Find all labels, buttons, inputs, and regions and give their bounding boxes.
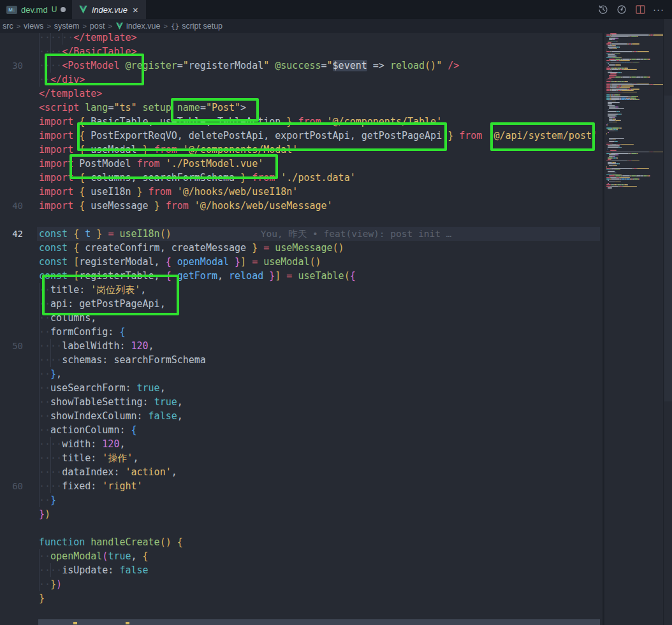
chevron-right-icon: > <box>163 22 168 30</box>
code-line[interactable] <box>0 619 600 625</box>
code-line[interactable] <box>0 605 600 619</box>
code-line[interactable]: 40import { useMessage } from '@/hooks/we… <box>0 199 600 213</box>
code-line[interactable]: import { columns, searchFormSchema } fro… <box>0 171 600 185</box>
git-status-badge: U <box>52 5 57 14</box>
code-line[interactable]: ··formConfig: { <box>0 325 600 339</box>
more-actions-icon[interactable]: ··· <box>653 4 664 15</box>
breadcrumb: src>views>system>post>index.vue>{}script… <box>0 19 672 33</box>
code-line[interactable]: import { PostExportReqVO, deletePostApi,… <box>0 129 600 143</box>
editor-actions: ··· <box>597 0 672 19</box>
code-area[interactable]: ······</template>····</BasicTable>30····… <box>0 33 600 625</box>
code-line[interactable]: ··showIndexColumn: false, <box>0 409 600 423</box>
code-line[interactable]: function handleCreate() { <box>0 535 600 549</box>
code-line[interactable]: ··}, <box>0 367 600 381</box>
code-line[interactable]: const [registerModal, { openModal }] = u… <box>0 255 600 269</box>
line-number: 50 <box>0 339 23 353</box>
code-line[interactable]: }) <box>0 507 600 521</box>
code-line[interactable]: ··</div> <box>0 73 600 87</box>
tab-label: index.vue <box>92 5 128 15</box>
code-line[interactable]: import { useI18n } from '@/hooks/web/use… <box>0 185 600 199</box>
unsaved-dot-icon[interactable] <box>61 7 66 12</box>
code-line[interactable]: 50····labelWidth: 120, <box>0 339 600 353</box>
breadcrumb-item-system[interactable]: system <box>54 22 80 31</box>
code-line[interactable]: 60····fixed: 'right' <box>0 479 600 493</box>
scrollbar-slider[interactable] <box>664 96 672 401</box>
breadcrumb-item-src[interactable]: src <box>3 22 13 31</box>
run-icon[interactable] <box>616 4 627 15</box>
code-line[interactable]: ····schemas: searchFormSchema <box>0 353 600 367</box>
code-line[interactable]: ······</template> <box>0 33 600 45</box>
code-line[interactable]: import { BasicTable, useTable, TableActi… <box>0 115 600 129</box>
code-line[interactable]: ····width: 120, <box>0 437 600 451</box>
git-blame-annotation: You, 昨天 • feat(view): post init … <box>172 229 452 239</box>
line-number: 60 <box>0 479 23 493</box>
code-line[interactable]: import PostModel from './PostModel.vue' <box>0 157 600 171</box>
line-number: 30 <box>0 59 23 73</box>
vue-icon <box>78 5 88 14</box>
scrollbar[interactable] <box>663 19 672 625</box>
close-icon[interactable]: × <box>131 4 140 15</box>
line-number: 40 <box>0 199 23 213</box>
chevron-right-icon: > <box>46 22 51 30</box>
tab-label: dev.md <box>21 5 48 15</box>
code-line[interactable]: const { createConfirm, createMessage } =… <box>0 241 600 255</box>
code-line[interactable]: 30····<PostModel @register="registerModa… <box>0 59 600 73</box>
code-line[interactable]: ··useSearchForm: true, <box>0 381 600 395</box>
split-editor-icon[interactable] <box>634 4 646 15</box>
chevron-right-icon: > <box>82 22 87 30</box>
code-line[interactable]: ··api: getPostPageApi, <box>0 297 600 311</box>
tabbar-empty-space <box>146 0 597 19</box>
history-icon[interactable] <box>597 4 609 15</box>
code-line[interactable]: ··} <box>0 493 600 507</box>
vue-icon <box>115 22 124 30</box>
chevron-right-icon: > <box>16 22 21 30</box>
code-line[interactable]: ··actionColumn: { <box>0 423 600 437</box>
code-line[interactable]: 42const { t } = useI18n()You, 昨天 • feat(… <box>0 227 600 241</box>
tab-index-vue[interactable]: index.vue × <box>72 0 145 19</box>
breadcrumb-item-index-vue[interactable]: index.vue <box>115 22 161 31</box>
code-line[interactable] <box>0 213 600 227</box>
code-line[interactable]: <script lang="ts" setup name="Post"> <box>0 101 600 115</box>
symbol-braces-icon: {} <box>171 22 179 31</box>
code-line[interactable]: ····title: '操作', <box>0 451 600 465</box>
code-line[interactable]: ····isUpdate: false <box>0 563 600 577</box>
code-line[interactable]: ····</BasicTable> <box>0 45 600 59</box>
code-line[interactable]: ··}) <box>0 577 600 591</box>
breadcrumb-item-views[interactable]: views <box>24 22 43 31</box>
breadcrumb-item-script-setup[interactable]: {}script setup <box>171 22 223 31</box>
code-line[interactable]: ··showTableSetting: true, <box>0 395 600 409</box>
code-line[interactable]: } <box>0 591 600 605</box>
code-line[interactable]: ··title: '岗位列表', <box>0 283 600 297</box>
code-line[interactable]: import { useModal } from '@/components/M… <box>0 143 600 157</box>
code-line[interactable]: const [registerTable, { getForm, reload … <box>0 269 600 283</box>
code-line[interactable]: ··openModal(true, { <box>0 549 600 563</box>
code-line[interactable] <box>0 521 600 535</box>
code-line[interactable]: ··columns, <box>0 311 600 325</box>
breadcrumb-item-post[interactable]: post <box>90 22 105 31</box>
tab-bar: M↓ dev.md U index.vue × ··· <box>0 0 672 19</box>
code-line[interactable]: </template> <box>0 87 600 101</box>
chevron-right-icon: > <box>107 22 112 30</box>
minimap[interactable] <box>603 33 665 625</box>
code-line[interactable]: ····dataIndex: 'action', <box>0 465 600 479</box>
line-number: 42 <box>0 227 23 241</box>
tab-dev-md[interactable]: M↓ dev.md U <box>0 0 72 19</box>
markdown-icon: M↓ <box>6 6 17 14</box>
